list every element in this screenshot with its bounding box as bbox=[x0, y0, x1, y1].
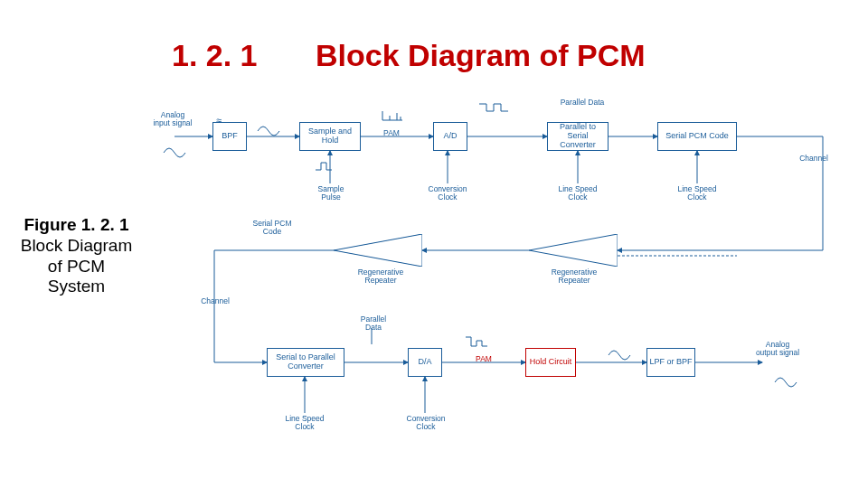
da-block: D/A bbox=[408, 348, 442, 377]
p2s-text: Parallel to Serial Converter bbox=[549, 123, 607, 150]
lpf-text: LPF or BPF bbox=[649, 358, 692, 367]
s2p-block: Serial to Parallel Converter bbox=[267, 348, 344, 377]
p2s-block: Parallel to Serial Converter bbox=[547, 122, 609, 151]
svg-marker-24 bbox=[334, 234, 422, 267]
hold-block: Hold Circuit bbox=[525, 348, 576, 377]
serial-code-label-ch: Serial PCM Code bbox=[245, 220, 299, 237]
ad-block: A/D bbox=[433, 122, 467, 151]
pam-label-rx: PAM bbox=[467, 355, 500, 363]
ad-text: A/D bbox=[443, 132, 457, 141]
caption-fignum: Figure 1. 2. 1 bbox=[24, 215, 128, 234]
analog-output-label: Analog output signal bbox=[755, 341, 800, 358]
s2p-text: Serial to Parallel Converter bbox=[269, 353, 343, 371]
conversion-clock-label-tx: Conversion Clock bbox=[422, 185, 473, 202]
serial-code-text-tx: Serial PCM Code bbox=[665, 132, 729, 141]
page-heading: 1. 2. 1 Block Diagram of PCM bbox=[172, 38, 646, 73]
sample-pulse-label: Sample Pulse bbox=[310, 185, 352, 202]
figure-caption: Figure 1. 2. 1 Block Diagram of PCM Syst… bbox=[20, 215, 133, 297]
parallel-data-label-rx: Parallel Data bbox=[352, 315, 395, 333]
connection-wires bbox=[158, 95, 845, 443]
svg-marker-25 bbox=[529, 234, 618, 267]
heading-number: 1. 2. 1 bbox=[172, 38, 258, 72]
line-speed-clock-label-rx: Line Speed Clock bbox=[279, 415, 330, 432]
conversion-clock-label-rx: Conversion Clock bbox=[401, 415, 451, 432]
analog-input-label: Analog input signal bbox=[153, 111, 193, 128]
da-text: D/A bbox=[418, 358, 431, 367]
pam-label-tx: PAM bbox=[375, 129, 408, 137]
repeater2-label: Regenerative Repeater bbox=[542, 268, 607, 286]
repeater1-outline bbox=[334, 234, 422, 267]
channel-label-tx: Channel bbox=[791, 155, 836, 163]
repeater2-outline bbox=[529, 234, 618, 267]
sample-hold-text: Sample and Hold bbox=[301, 127, 359, 145]
caption-text: Block Diagram of PCM System bbox=[21, 236, 133, 296]
sample-hold-block: Sample and Hold bbox=[299, 122, 361, 151]
repeater1-label: Regenerative Repeater bbox=[348, 268, 413, 286]
hold-text: Hold Circuit bbox=[530, 358, 572, 367]
channel-label-ch: Channel bbox=[193, 297, 238, 305]
serial-code-block-tx: Serial PCM Code bbox=[657, 122, 737, 151]
line-speed-clock-label-tx2: Line Speed Clock bbox=[672, 185, 722, 202]
bpf-text: BPF bbox=[222, 132, 238, 141]
bpf-block: BPF bbox=[212, 122, 247, 151]
lpf-block: LPF or BPF bbox=[646, 348, 695, 377]
bpf-wave-icon: ≈ bbox=[216, 115, 222, 126]
parallel-data-label-tx: Parallel Data bbox=[560, 99, 605, 107]
heading-title: Block Diagram of PCM bbox=[316, 38, 646, 72]
line-speed-clock-label-tx: Line Speed Clock bbox=[552, 185, 603, 202]
block-diagram: Analog input signal BPF ≈ Sample and Hol… bbox=[158, 95, 845, 443]
